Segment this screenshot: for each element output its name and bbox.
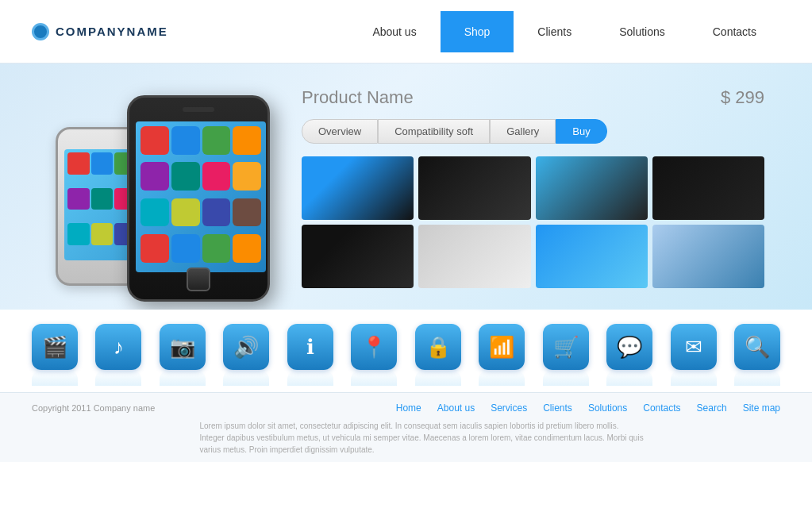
app-icon (171, 126, 200, 155)
tab-buy[interactable]: Buy (556, 119, 606, 144)
app-icon (140, 234, 169, 263)
app-icon (233, 126, 261, 155)
app-icon (233, 198, 261, 227)
nav-solutions[interactable]: Solutions (595, 19, 689, 44)
header: COMPANYNAME About us Shop Clients Soluti… (0, 0, 812, 64)
icons-bar: 🎬 ♪ 📷 🔊 ℹ 📍 🔒 📶 🛒 💬 ✉ 🔍 (0, 310, 812, 392)
product-price: $ 299 (721, 87, 764, 108)
volume-icon[interactable]: 🔊 (223, 324, 269, 370)
lock-icon-reflection (415, 370, 461, 386)
logo-circle (32, 23, 49, 40)
app-icon (91, 223, 114, 245)
gallery-item[interactable] (652, 225, 764, 288)
nav-contacts[interactable]: Contacts (689, 19, 780, 44)
chat-icon[interactable]: 💬 (606, 324, 652, 370)
app-icon (171, 234, 200, 263)
cart-icon[interactable]: 🛒 (543, 324, 589, 370)
app-icon (140, 126, 169, 155)
gallery-item[interactable] (536, 225, 648, 288)
product-tabs: Overview Compatibility soft Gallery Buy (302, 119, 764, 144)
icon-camera: 📷 (160, 324, 206, 386)
wifi-icon[interactable]: 📶 (479, 324, 525, 370)
gallery-item[interactable] (652, 156, 764, 220)
logo-text: COMPANYNAME (56, 25, 168, 38)
icon-chat: 💬 (606, 324, 652, 386)
gallery-item[interactable] (302, 225, 414, 288)
app-icon (202, 126, 231, 155)
footer-link-solutions[interactable]: Solutions (588, 402, 627, 414)
music-icon[interactable]: ♪ (95, 324, 141, 370)
app-icon (67, 223, 90, 245)
icon-lock: 🔒 (415, 324, 461, 386)
video-icon[interactable]: 🎬 (32, 324, 78, 370)
lock-icon[interactable]: 🔒 (415, 324, 461, 370)
footer-link-clients[interactable]: Clients (543, 402, 572, 414)
footer: Copyright 2011 Company name Home About u… (0, 392, 812, 462)
mail-icon-reflection (671, 370, 717, 386)
icon-wifi: 📶 (479, 324, 525, 386)
app-icon (91, 188, 114, 210)
footer-nav: Home About us Services Clients Solutions… (396, 402, 780, 414)
volume-icon-reflection (223, 370, 269, 386)
product-panel: Product Name $ 299 Overview Compatibilit… (286, 79, 780, 296)
icon-music: ♪ (95, 324, 141, 386)
hero-section: Product Name $ 299 Overview Compatibilit… (0, 64, 812, 310)
phone-home-button (187, 268, 210, 291)
icon-info: ℹ (287, 324, 333, 386)
footer-body-text: Lorem ipsum dolor sit amet, consectetur … (168, 420, 645, 456)
footer-link-search[interactable]: Search (697, 402, 727, 414)
app-icon (67, 188, 90, 210)
app-icon (202, 162, 231, 191)
app-icon (171, 162, 200, 191)
nav-shop[interactable]: Shop (441, 11, 514, 52)
gallery-item[interactable] (418, 225, 530, 288)
gallery-item[interactable] (536, 156, 648, 220)
icon-location: 📍 (351, 324, 397, 386)
nav-about[interactable]: About us (348, 19, 440, 44)
footer-link-about[interactable]: About us (437, 402, 475, 414)
app-icon (202, 234, 231, 263)
footer-link-sitemap[interactable]: Site map (743, 402, 780, 414)
camera-icon-reflection (160, 370, 206, 386)
music-icon-reflection (95, 370, 141, 386)
info-icon-reflection (287, 370, 333, 386)
gallery-item[interactable] (418, 156, 530, 220)
info-icon[interactable]: ℹ (287, 324, 333, 370)
app-icon (67, 152, 90, 175)
main-nav: About us Shop Clients Solutions Contacts (348, 11, 780, 52)
app-icon (140, 162, 169, 191)
phone-display (32, 79, 286, 302)
app-icon (140, 198, 169, 227)
product-name: Product Name (302, 87, 414, 108)
wifi-icon-reflection (479, 370, 525, 386)
product-gallery (302, 156, 764, 288)
nav-clients[interactable]: Clients (514, 19, 595, 44)
logo: COMPANYNAME (32, 23, 168, 40)
cart-icon-reflection (543, 370, 589, 386)
camera-icon[interactable]: 📷 (160, 324, 206, 370)
tab-gallery[interactable]: Gallery (490, 119, 556, 144)
mail-icon[interactable]: ✉ (671, 324, 717, 370)
footer-copyright: Copyright 2011 Company name (32, 403, 396, 413)
app-icon (202, 198, 231, 227)
footer-link-home[interactable]: Home (396, 402, 421, 414)
footer-link-contacts[interactable]: Contacts (643, 402, 680, 414)
location-icon-reflection (351, 370, 397, 386)
icon-search: 🔍 (734, 324, 780, 386)
app-icon (233, 234, 261, 263)
tab-overview[interactable]: Overview (302, 119, 378, 144)
app-icon (171, 198, 200, 227)
search-icon-reflection (734, 370, 780, 386)
icon-video: 🎬 (32, 324, 78, 386)
location-icon[interactable]: 📍 (351, 324, 397, 370)
video-icon-reflection (32, 370, 78, 386)
icon-mail: ✉ (671, 324, 717, 386)
gallery-item[interactable] (302, 156, 414, 220)
tab-compatibility[interactable]: Compatibility soft (378, 119, 490, 144)
product-header: Product Name $ 299 (302, 87, 764, 108)
footer-top: Copyright 2011 Company name Home About u… (32, 402, 780, 414)
icon-volume: 🔊 (223, 324, 269, 386)
app-icon (233, 162, 261, 191)
footer-link-services[interactable]: Services (491, 402, 527, 414)
search-icon[interactable]: 🔍 (734, 324, 780, 370)
